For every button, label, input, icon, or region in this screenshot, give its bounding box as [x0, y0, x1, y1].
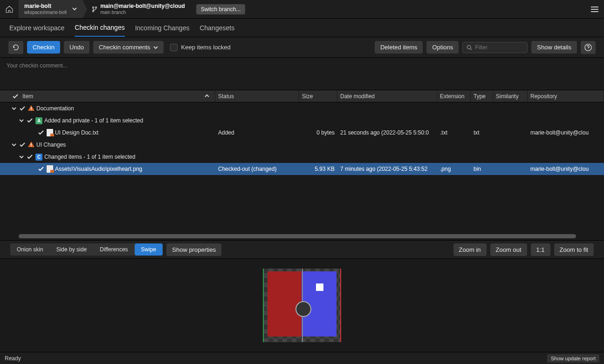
row-label: Added and private - 1 of 1 item selected: [44, 117, 143, 124]
swipe-preview[interactable]: 〈 〉: [263, 269, 341, 342]
cell-size: 5.93 KB: [299, 166, 337, 172]
horizontal-scrollbar[interactable]: [19, 234, 576, 238]
col-type[interactable]: Type: [471, 90, 493, 102]
branch-title: main@marie-bolt@unity@cloud: [100, 3, 185, 9]
table-header: Item Status Size Date modified Extension…: [0, 90, 604, 102]
show-details-button[interactable]: Show details: [531, 41, 577, 54]
row-label: Documentation: [36, 105, 74, 112]
swipe-handle[interactable]: [302, 269, 303, 342]
cell-ext: .png: [437, 166, 471, 172]
col-ext[interactable]: Extension: [437, 90, 471, 102]
table-row-group[interactable]: UI Changes: [0, 139, 604, 151]
switch-branch-button[interactable]: Switch branch...: [196, 4, 245, 14]
table-body: DocumentationAAdded and private - 1 of 1…: [0, 102, 604, 240]
tab-checkin-changes[interactable]: Checkin changes: [75, 19, 124, 37]
cell-date: 7 minutes ago (2022-05-25 5:43:52: [337, 166, 437, 172]
status-bar: Ready Show update report: [0, 352, 604, 364]
help-button[interactable]: [581, 41, 596, 54]
mode-differences[interactable]: Differences: [93, 243, 134, 256]
refresh-icon: [12, 44, 20, 51]
status-badge: A: [35, 117, 42, 124]
diff-mode-group: Onion skin Side by side Differences Swip…: [10, 243, 163, 256]
options-button[interactable]: Options: [426, 41, 459, 54]
hamburger-icon: [590, 6, 599, 13]
filter-field[interactable]: [462, 42, 528, 53]
row-checkbox[interactable]: [37, 167, 45, 171]
workspace-chevron[interactable]: [72, 6, 77, 13]
tab-changesets[interactable]: Changesets: [199, 20, 234, 36]
show-update-report-button[interactable]: Show update report: [547, 354, 599, 363]
row-checkbox[interactable]: [19, 106, 26, 111]
svg-point-0: [93, 7, 94, 8]
checkin-comment-field[interactable]: Your checkin comment...: [0, 58, 604, 90]
svg-rect-8: [31, 146, 32, 147]
checkin-comments-button[interactable]: Checkin comments: [93, 41, 164, 54]
refresh-button[interactable]: [8, 41, 23, 54]
filter-input[interactable]: [475, 44, 523, 51]
row-checkbox[interactable]: [19, 142, 26, 147]
svg-rect-5: [31, 107, 32, 109]
chevron-down-icon: [72, 7, 77, 11]
branch-breadcrumb[interactable]: main@marie-bolt@unity@cloud main branch: [82, 0, 191, 18]
header: marie-bolt wkspaces\marie-bolt main@mari…: [0, 0, 604, 19]
zoom-out-button[interactable]: Zoom out: [490, 243, 527, 256]
mode-onion-skin[interactable]: Onion skin: [10, 243, 50, 256]
cell-repo: marie-bolt@unity@clou: [528, 129, 604, 136]
tab-incoming[interactable]: Incoming Changes: [135, 20, 190, 36]
checkin-comments-label: Checkin comments: [99, 44, 151, 51]
svg-point-2: [93, 10, 94, 12]
col-sim[interactable]: Similarity: [493, 90, 528, 102]
table-row-file[interactable]: Assets\VisualsAudio\pixelheart.pngChecke…: [0, 163, 604, 175]
svg-point-3: [467, 45, 471, 48]
sort-asc-icon: [205, 93, 209, 100]
row-checkbox[interactable]: [26, 118, 34, 123]
zoom-in-button[interactable]: Zoom in: [453, 243, 487, 256]
table-row-group[interactable]: Documentation: [0, 102, 604, 115]
expand-chevron[interactable]: [19, 118, 24, 123]
cell-ext: .txt: [437, 129, 471, 136]
col-status[interactable]: Status: [215, 90, 299, 102]
cell-type: bin: [471, 166, 493, 172]
cell-size: 0 bytes: [299, 129, 337, 136]
expand-chevron[interactable]: [11, 106, 17, 111]
col-repo[interactable]: Repository: [528, 90, 604, 102]
zoom-fit-button[interactable]: Zoom to fit: [554, 243, 594, 256]
mode-side-by-side[interactable]: Side by side: [50, 243, 93, 256]
expand-chevron[interactable]: [11, 142, 17, 147]
workspace-title: marie-bolt: [24, 3, 67, 9]
file-icon: [47, 165, 53, 173]
table-row-file[interactable]: UI Design Doc.txtAdded0 bytes21 seconds …: [0, 127, 604, 139]
app-root: marie-bolt wkspaces\marie-bolt main@mari…: [0, 0, 604, 364]
col-date[interactable]: Date modified: [337, 90, 437, 102]
status-badge: C: [35, 154, 42, 161]
warning-icon: [28, 142, 34, 148]
keep-locked-label: Keep items locked: [181, 44, 231, 51]
table-row-group[interactable]: AAdded and private - 1 of 1 item selecte…: [0, 115, 604, 127]
show-properties-button[interactable]: Show properties: [166, 243, 221, 256]
checkin-button[interactable]: Checkin: [27, 41, 60, 54]
expand-chevron[interactable]: [19, 155, 24, 159]
zoom-1to1-button[interactable]: 1:1: [531, 243, 550, 256]
row-checkbox[interactable]: [26, 155, 34, 159]
checkbox-box[interactable]: [170, 44, 178, 51]
check-icon: [13, 94, 18, 99]
swipe-arrows-icon: 〈 〉: [263, 304, 270, 311]
row-checkbox[interactable]: [37, 130, 45, 135]
col-size[interactable]: Size: [299, 90, 337, 102]
tab-explore[interactable]: Explore workspace: [9, 20, 64, 36]
keep-locked-checkbox[interactable]: Keep items locked: [170, 44, 231, 51]
home-button[interactable]: [0, 0, 19, 18]
row-label: UI Changes: [36, 142, 66, 148]
workspace-sub: wkspaces\marie-bolt: [24, 10, 67, 15]
deleted-items-button[interactable]: Deleted items: [375, 41, 423, 54]
mode-swipe[interactable]: Swipe: [135, 243, 163, 256]
col-item[interactable]: Item: [0, 90, 215, 102]
menu-button[interactable]: [585, 0, 604, 18]
warning-icon: [28, 105, 34, 112]
branch-sub: main branch: [100, 10, 185, 15]
undo-button[interactable]: Undo: [64, 41, 89, 54]
workspace-breadcrumb[interactable]: marie-bolt wkspaces\marie-bolt: [19, 0, 82, 18]
file-icon: [47, 129, 53, 136]
table-row-group[interactable]: CChanged items - 1 of 1 item selected: [0, 151, 604, 163]
search-icon: [467, 44, 472, 51]
